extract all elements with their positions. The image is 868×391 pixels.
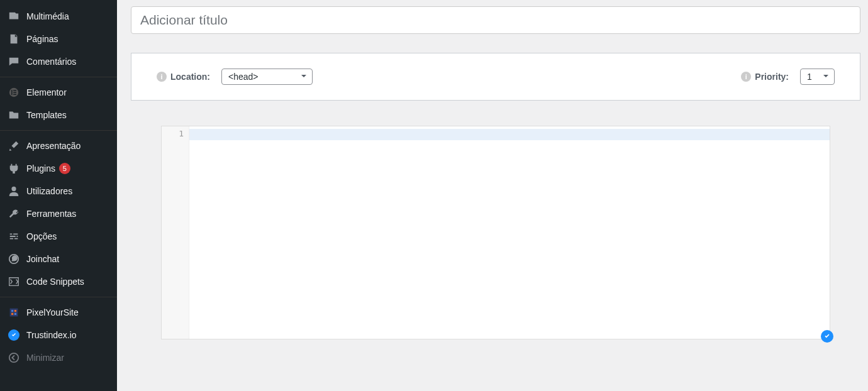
sidebar-item-label: Joinchat	[26, 254, 59, 264]
sidebar-item-joinchat[interactable]: Joinchat	[0, 248, 117, 270]
svg-rect-8	[11, 310, 13, 312]
code-area[interactable]	[189, 126, 830, 339]
sidebar-item-label: Templates	[26, 110, 67, 120]
sidebar-item-plugins[interactable]: Plugins 5	[0, 157, 117, 180]
sidebar-item-appearance[interactable]: Apresentação	[0, 135, 117, 157]
comment-icon	[8, 55, 20, 68]
priority-select[interactable]: 1	[800, 69, 835, 85]
sidebar-item-users[interactable]: Utilizadores	[0, 180, 117, 202]
sidebar-item-trustindex[interactable]: Trustindex.io	[0, 324, 117, 346]
admin-sidebar: Multimédia Páginas Comentários Elementor…	[0, 0, 117, 391]
svg-rect-9	[14, 310, 16, 312]
info-icon: i	[157, 72, 167, 82]
separator	[0, 130, 117, 131]
code-icon	[8, 275, 20, 288]
svg-rect-7	[10, 309, 18, 317]
location-group: i Location: <head>	[157, 69, 313, 85]
svg-rect-3	[13, 92, 16, 93]
settings-panel: i Location: <head> i Priority: 1	[131, 53, 860, 101]
svg-rect-2	[13, 90, 16, 91]
elementor-icon	[8, 86, 20, 99]
whatsapp-icon	[8, 253, 20, 265]
update-badge: 5	[59, 163, 70, 174]
pys-icon	[8, 306, 20, 319]
active-line-highlight	[189, 129, 830, 140]
sidebar-item-label: Elementor	[26, 87, 67, 97]
brush-icon	[8, 140, 20, 152]
check-badge-icon	[821, 330, 833, 343]
sidebar-item-label: Code Snippets	[26, 277, 84, 287]
svg-rect-4	[13, 94, 16, 95]
sidebar-item-pixelyoursite[interactable]: PixelYourSite	[0, 301, 117, 324]
sidebar-item-label: Minimizar	[26, 353, 64, 363]
sidebar-item-pages[interactable]: Páginas	[0, 28, 117, 50]
wrench-icon	[8, 207, 20, 220]
sidebar-item-label: Comentários	[26, 57, 76, 67]
line-gutter: 1	[162, 126, 189, 339]
sidebar-item-media[interactable]: Multimédia	[0, 5, 117, 28]
media-icon	[8, 10, 20, 23]
sidebar-item-label-wrap: Plugins 5	[26, 163, 70, 174]
svg-point-5	[11, 187, 16, 191]
location-select-wrap: <head>	[221, 69, 313, 85]
sidebar-item-label: Apresentação	[26, 141, 81, 151]
folder-icon	[8, 109, 20, 121]
sidebar-item-collapse[interactable]: Minimizar	[0, 346, 117, 369]
svg-rect-10	[11, 313, 13, 315]
code-editor[interactable]: 1	[161, 126, 830, 339]
sidebar-item-label: Páginas	[26, 34, 58, 44]
sidebar-item-tools[interactable]: Ferramentas	[0, 202, 117, 225]
location-select[interactable]: <head>	[221, 69, 313, 85]
line-number: 1	[162, 129, 184, 138]
sidebar-item-settings[interactable]: Opções	[0, 225, 117, 248]
priority-group: i Priority: 1	[741, 69, 835, 85]
svg-rect-11	[14, 313, 16, 315]
sidebar-item-templates[interactable]: Templates	[0, 104, 117, 126]
svg-point-12	[9, 353, 18, 362]
priority-select-wrap: 1	[800, 69, 835, 85]
sidebar-item-label: Ferramentas	[26, 209, 76, 219]
main-content: i Location: <head> i Priority: 1	[117, 0, 868, 391]
separator	[0, 297, 117, 297]
sidebar-item-label: Trustindex.io	[26, 330, 77, 340]
svg-rect-1	[11, 90, 13, 95]
sidebar-item-label: Plugins	[26, 163, 55, 173]
location-label: i Location:	[157, 72, 210, 82]
sidebar-item-elementor[interactable]: Elementor	[0, 81, 117, 104]
info-icon: i	[741, 72, 751, 82]
separator	[0, 77, 117, 77]
user-icon	[8, 185, 20, 197]
plugin-icon	[8, 162, 20, 175]
trustindex-icon	[8, 329, 20, 341]
sidebar-item-comments[interactable]: Comentários	[0, 50, 117, 73]
sliders-icon	[8, 230, 20, 243]
sidebar-item-label: PixelYourSite	[26, 307, 79, 317]
title-input[interactable]	[131, 6, 860, 34]
sidebar-item-label: Utilizadores	[26, 186, 72, 196]
sidebar-item-label: Opções	[26, 231, 57, 241]
collapse-icon	[8, 351, 20, 364]
sidebar-item-code-snippets[interactable]: Code Snippets	[0, 270, 117, 293]
page-icon	[8, 33, 20, 45]
sidebar-item-label: Multimédia	[26, 11, 69, 21]
priority-label: i Priority:	[741, 72, 789, 82]
